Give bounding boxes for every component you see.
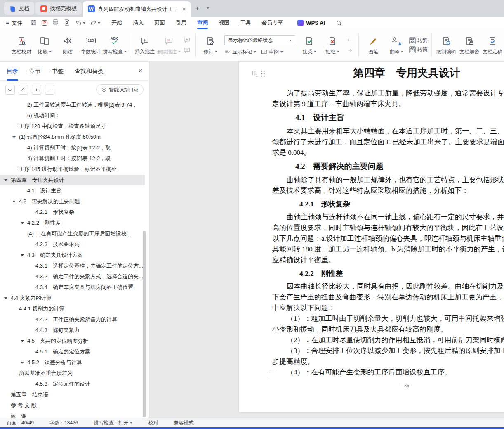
sidebar-tab-toc[interactable]: 目录 xyxy=(7,62,18,81)
proofread-button[interactable]: 校对 xyxy=(148,420,158,427)
toc-item[interactable]: 4.4.3 螺钉夹紧力 xyxy=(0,325,145,336)
doc-line[interactable]: （2）：在加工时尽量使切削力的作用相互抵消，可用前后刀架同时横向进 xyxy=(272,335,504,346)
toc-item[interactable]: 所以基准不重合误差为 xyxy=(0,368,145,379)
compare-button[interactable]: 比较 xyxy=(33,34,56,57)
to-simplified-button[interactable]: 简 转简 xyxy=(409,46,427,53)
toc-item[interactable]: 4.2 需要解决的主要问题 xyxy=(0,196,145,207)
insert-comment-button[interactable]: 插入批注 xyxy=(133,34,156,57)
toc-item[interactable]: 致 谢 xyxy=(0,411,145,418)
toc-item[interactable]: 4.5.3 定位元件的设计 xyxy=(0,379,145,389)
doc-line[interactable]: 求是 0.004。 xyxy=(272,147,504,158)
doc-line[interactable]: 小变形和振动，同时机床刀具及夹具都应有较高的刚度。 xyxy=(272,324,504,335)
word-count-button[interactable]: 123 字数统计 xyxy=(79,34,102,57)
toc-item[interactable]: 4.4.2 工件正确夹紧所需力的计算 xyxy=(0,314,145,325)
menu-item[interactable]: 工具 xyxy=(235,17,256,29)
menu-item[interactable]: 审阅 xyxy=(192,17,213,29)
toc-item[interactable]: 6) 机动时间： xyxy=(0,110,145,121)
doc-line[interactable]: 步提高精度。 xyxy=(272,356,504,367)
toc-item[interactable]: 第五章 结束语 xyxy=(0,389,145,400)
export-pdf-button[interactable]: P xyxy=(42,20,47,26)
zoom-in-outline-button[interactable]: + xyxy=(32,85,41,95)
doc-line[interactable]: 因本曲轴长径比较大，同时具有曲拐，因此刚性较差。曲轴在切削力及自重 xyxy=(272,281,504,292)
read-aloud-button[interactable]: 朗读 xyxy=(56,34,79,57)
toc-item[interactable]: 4) 计算切削工时：按[2]表 12-2，取 xyxy=(0,142,145,153)
page-indicator[interactable]: 页面：40/49 xyxy=(7,420,34,427)
toc-item[interactable]: 4.2.1 形状复杂 xyxy=(0,207,145,218)
toc-item[interactable]: 4) 计算切削工时：按[2]表 12-2，取 xyxy=(0,153,145,164)
expand-triangle-icon[interactable] xyxy=(21,340,24,342)
accept-change-button[interactable]: 接受 xyxy=(298,34,321,57)
to-traditional-button[interactable]: 繁 转繁 xyxy=(409,37,427,44)
doc-finalize-button[interactable]: 文档定稿 xyxy=(481,34,504,57)
close-tab-icon[interactable]: × xyxy=(182,6,186,12)
tab-home[interactable]: 文档 xyxy=(4,2,34,15)
toc-item[interactable]: 4.3.2 确定工件的夹紧方式，选择合适的夹... xyxy=(0,271,145,282)
toc-item[interactable]: 4.1 设计主旨 xyxy=(0,185,145,196)
expand-triangle-icon[interactable] xyxy=(21,362,24,364)
expand-all-button[interactable] xyxy=(5,85,15,95)
doc-line[interactable]: 下会产生严重的扭曲及弯曲变形，特别在单边传动的机床上加工更为严重，在工 xyxy=(272,292,504,303)
spellcheck-toggle[interactable]: 拼写检查：打开 xyxy=(94,420,132,427)
toc-item[interactable]: 4.3.4 确定车床夹具与机床间的正确位置 xyxy=(0,282,145,293)
doc-proofread-button[interactable]: 文档校对 xyxy=(10,34,33,57)
toc-item[interactable]: 4.5 夹具的定位精度分析 xyxy=(0,336,145,346)
tab-document-active[interactable]: W 直列四缸发动机曲轴夹具设计 × xyxy=(83,1,191,17)
sidebar-tab-chapters[interactable]: 章节 xyxy=(29,62,41,81)
menu-item[interactable]: 开始 xyxy=(106,17,127,29)
doc-line[interactable]: 以下几点问题：a.设计加工连杆轴颈的偏心夹具，即连杆轴颈与机床主轴重合， xyxy=(272,233,504,244)
ink-brush-button[interactable]: 画笔 xyxy=(362,34,385,57)
print-button[interactable] xyxy=(52,19,59,27)
doc-line[interactable]: 中应解决以下问题： xyxy=(272,303,504,313)
doc-encrypt-button[interactable]: 文档加密 xyxy=(458,34,481,57)
doc-line[interactable]: 颈都进行了未进行加工，而且定位面 E 已经未加工出来了。主要要求是端面的垂 xyxy=(272,137,504,147)
doc-line[interactable]: 4.2.1 形状复杂 xyxy=(272,196,504,212)
tab-list-dropdown[interactable] xyxy=(203,3,213,14)
toc-item[interactable]: 参 考 文 献 xyxy=(0,400,145,411)
undo-button[interactable] xyxy=(75,19,85,26)
doc-line[interactable]: 第四章 专用夹具设计 xyxy=(239,64,504,82)
toc-item[interactable]: 工序 120 中间检查，检查各轴颈尺寸 xyxy=(0,121,145,132)
toc-item[interactable]: 4.5.2 误差分析与计算 xyxy=(0,357,145,368)
file-menu-button[interactable]: ≡ 文件 xyxy=(6,19,22,27)
collapse-all-button[interactable] xyxy=(19,85,28,95)
menu-item[interactable]: 引用 xyxy=(170,17,192,29)
doc-line[interactable]: 4.1 设计主旨 xyxy=(272,109,504,126)
compat-mode-badge[interactable]: 兼容模式 xyxy=(174,420,193,427)
toc-item[interactable]: 2) 工件回转速度与工件转速：根据[2]表 9-74， xyxy=(0,100,145,110)
search-button[interactable] xyxy=(336,20,342,26)
doc-line[interactable]: 具能回转 180 度，加工另一连杆轴颈。b.为消除加工时的不平衡力的产生，设计 xyxy=(272,244,504,255)
expand-triangle-icon[interactable] xyxy=(21,222,24,224)
menu-item[interactable]: 视图 xyxy=(213,17,235,29)
toc-item[interactable]: 4.4 夹紧力的计算 xyxy=(0,293,145,303)
expand-triangle-icon[interactable] xyxy=(12,136,16,138)
track-changes-button[interactable]: 修订 xyxy=(199,34,222,57)
document-page[interactable]: H1 第四章 专用夹具设计 为了提高劳动生产率，保证加工质量，降低劳动强度，通常… xyxy=(239,62,504,412)
toc-item[interactable]: 4.2.2 刚性差 xyxy=(0,218,145,228)
doc-line[interactable]: （1）：粗加工时由于切削余量大，切削力也较大，可用中间托架来增强刚 xyxy=(272,313,504,324)
word-count-status[interactable]: 字数：18426 xyxy=(49,420,78,427)
toc-item[interactable]: 4.3 确定夹具设计方案 xyxy=(0,250,145,261)
doc-line[interactable]: 应精确设计平衡重。 xyxy=(272,255,504,265)
zoom-out-outline-button[interactable]: − xyxy=(45,85,54,95)
toc-item[interactable]: 4.2.3 技术要求高 xyxy=(0,239,145,250)
toc-item[interactable]: (1) 钻直径Ø4.8mm 孔深度 60.50m xyxy=(0,132,145,142)
reject-change-button[interactable]: 拒绝 xyxy=(321,34,344,57)
new-tab-button[interactable]: + xyxy=(192,3,203,14)
save-button[interactable] xyxy=(30,19,37,27)
redo-button[interactable] xyxy=(90,19,100,26)
close-sidebar-icon[interactable]: × xyxy=(139,67,142,75)
heading-drag-handle[interactable]: H1 xyxy=(252,70,262,78)
menu-item[interactable]: 插入 xyxy=(127,17,149,29)
doc-line[interactable]: 为了提高劳动生产率，保证加工质量，降低劳动强度，通常需要设计专用夹 xyxy=(272,88,504,99)
toc-item[interactable]: 4.5.1 确定的定位方案 xyxy=(0,346,145,357)
sidebar-tab-find-replace[interactable]: 查找和替换 xyxy=(75,62,104,81)
print-preview-button[interactable] xyxy=(64,19,71,27)
sidebar-tab-bookmarks[interactable]: 书签 xyxy=(52,62,64,81)
show-markup-button[interactable]: 显示标记 xyxy=(224,48,256,55)
menu-item[interactable]: 页面 xyxy=(149,17,170,29)
doc-line[interactable]: 高的位置度要求，同时主轴颈与连杆轴颈间有较大的平衡块，因此在工艺设计中 xyxy=(272,223,504,233)
doc-line[interactable]: 差及技术要求高，针对这些特点应采取相应的措施，分析如下： xyxy=(272,185,504,196)
doc-line[interactable]: 4.2.2 刚性差 xyxy=(272,265,504,281)
smart-identify-toc-button[interactable]: 智能识别目录 xyxy=(96,84,144,95)
doc-line[interactable]: 本夹具主要用来粗车大小端端面，在本道工序加工时，第一、二、三、四、五 xyxy=(272,126,504,137)
